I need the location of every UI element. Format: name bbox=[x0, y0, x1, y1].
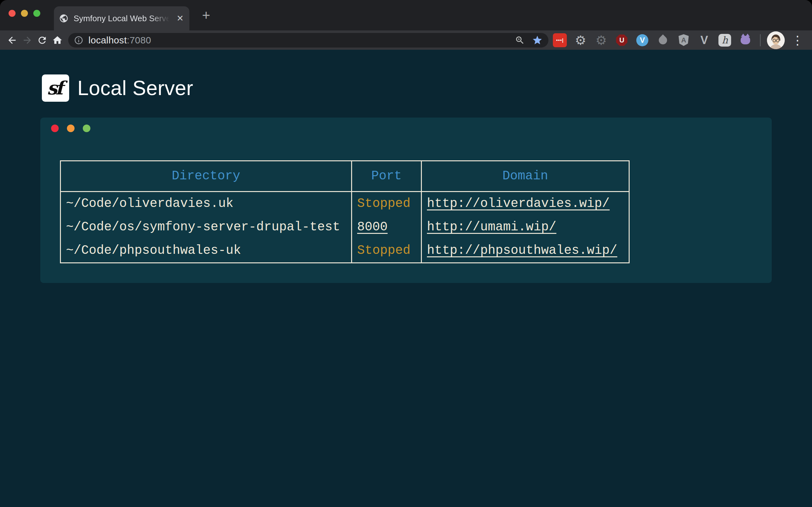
gear-disabled-extension-icon[interactable]: ⚙ bbox=[594, 33, 608, 47]
column-header-port: Port bbox=[352, 161, 421, 192]
directory-cell: ~/Code/phpsouthwales-uk bbox=[61, 239, 352, 263]
vue-extension-icon[interactable]: V bbox=[697, 33, 711, 47]
home-button[interactable] bbox=[50, 33, 64, 47]
column-header-domain: Domain bbox=[421, 161, 629, 192]
browser-toolbar: localhost:7080 •••| ⚙ ⚙ U V A V h bbox=[0, 31, 812, 50]
screen: Symfony Local Web Server: Prox ✕ + bbox=[0, 0, 812, 507]
url-host: localhost bbox=[89, 35, 127, 45]
ublock-extension-icon[interactable]: U bbox=[615, 33, 629, 47]
forward-icon bbox=[22, 35, 33, 46]
drupal-extension-icon[interactable] bbox=[656, 33, 670, 47]
tab-close-icon[interactable]: ✕ bbox=[174, 13, 186, 23]
avatar-illustration bbox=[767, 32, 785, 49]
green-dot-icon bbox=[83, 124, 90, 132]
back-icon bbox=[7, 35, 17, 46]
toolbar-divider bbox=[760, 34, 761, 46]
browser-tab[interactable]: Symfony Local Web Server: Prox ✕ bbox=[54, 6, 189, 31]
close-window-button[interactable] bbox=[9, 10, 15, 17]
url-text: localhost:7080 bbox=[89, 35, 151, 46]
url-port: :7080 bbox=[127, 35, 151, 45]
tab-strip: Symfony Local Web Server: Prox ✕ + bbox=[0, 0, 812, 31]
page-zoom-icon[interactable] bbox=[515, 35, 525, 45]
domain-cell: http://oliverdavies.wip/ bbox=[421, 192, 629, 216]
port-link[interactable]: 8000 bbox=[357, 220, 388, 234]
port-cell: 8000 bbox=[352, 216, 421, 239]
globe-favicon-icon bbox=[59, 14, 68, 23]
symfony-logo-icon: sf bbox=[42, 74, 69, 102]
tab-title: Symfony Local Web Server: Prox bbox=[73, 14, 172, 23]
brand-header: sf Local Server bbox=[42, 74, 193, 102]
domain-cell: http://umami.wip/ bbox=[421, 216, 629, 239]
extensions-row: •••| ⚙ ⚙ U V A V h bbox=[553, 33, 752, 47]
page-title: Local Server bbox=[78, 76, 193, 100]
shield-extension-icon[interactable]: A bbox=[676, 33, 691, 47]
github-octocat-extension-icon[interactable] bbox=[739, 33, 752, 47]
gear-extension-icon[interactable]: ⚙ bbox=[573, 33, 588, 47]
domain-link[interactable]: http://umami.wip/ bbox=[427, 220, 556, 234]
table-row: ~/Code/os/symfony-server-drupal-test 800… bbox=[61, 216, 629, 239]
column-header-directory: Directory bbox=[61, 161, 352, 192]
lastpass-extension-icon[interactable]: •••| bbox=[553, 33, 567, 47]
zoom-window-button[interactable] bbox=[33, 10, 40, 17]
domain-link[interactable]: http://oliverdavies.wip/ bbox=[427, 196, 610, 211]
minimize-window-button[interactable] bbox=[21, 10, 28, 17]
vimeo-extension-icon[interactable]: V bbox=[635, 33, 649, 47]
port-status: Stopped bbox=[352, 192, 421, 216]
table-header-row: Directory Port Domain bbox=[61, 161, 629, 192]
bookmark-star-icon[interactable] bbox=[532, 35, 543, 46]
domain-cell: http://phpsouthwales.wip/ bbox=[421, 239, 629, 263]
table-row: ~/Code/oliverdavies.uk Stopped http://ol… bbox=[61, 192, 629, 216]
new-tab-button[interactable]: + bbox=[199, 0, 213, 31]
back-button[interactable] bbox=[5, 33, 19, 47]
browser-menu-button[interactable]: ⋮ bbox=[791, 34, 804, 46]
profile-avatar[interactable] bbox=[767, 32, 785, 49]
port-status: Stopped bbox=[352, 239, 421, 263]
card-traffic-dots bbox=[51, 124, 90, 132]
directory-cell: ~/Code/oliverdavies.uk bbox=[61, 192, 352, 216]
directory-cell: ~/Code/os/symfony-server-drupal-test bbox=[61, 216, 352, 239]
window-controls bbox=[9, 10, 40, 17]
orange-dot-icon bbox=[67, 124, 74, 132]
table-row: ~/Code/phpsouthwales-uk Stopped http://p… bbox=[61, 239, 629, 263]
forward-button[interactable] bbox=[20, 33, 34, 47]
browser-window: Symfony Local Web Server: Prox ✕ + bbox=[0, 0, 812, 507]
reload-button[interactable] bbox=[35, 33, 49, 47]
address-bar[interactable]: localhost:7080 bbox=[68, 33, 549, 48]
site-info-icon[interactable] bbox=[74, 36, 84, 45]
red-dot-icon bbox=[51, 124, 59, 132]
server-card: Directory Port Domain ~/Code/oliverdavie… bbox=[40, 118, 772, 283]
domain-link[interactable]: http://phpsouthwales.wip/ bbox=[427, 243, 617, 258]
reload-icon bbox=[37, 35, 48, 46]
home-icon bbox=[52, 35, 63, 46]
servers-table: Directory Port Domain ~/Code/oliverdavie… bbox=[60, 160, 629, 263]
page-content: sf Local Server Directory Port bbox=[0, 50, 812, 507]
h-extension-icon[interactable]: h bbox=[718, 33, 732, 47]
